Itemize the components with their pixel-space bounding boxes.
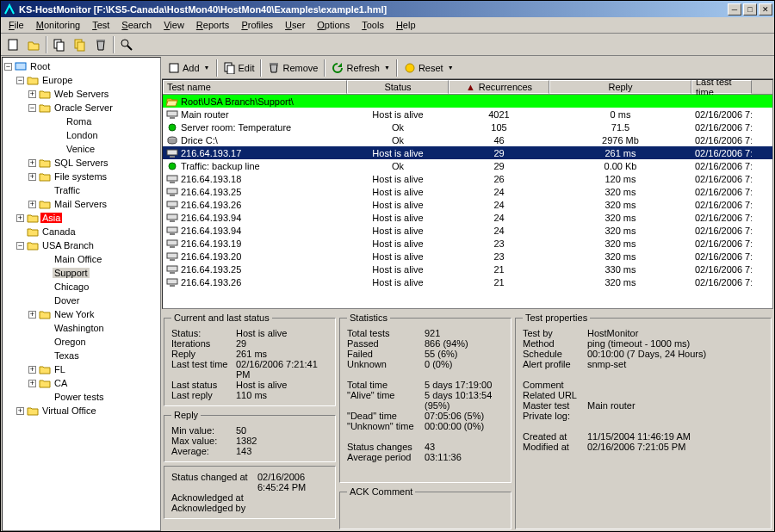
tree-node[interactable]: +SQL Servers <box>4 156 158 170</box>
menu-monitoring[interactable]: Monitoring <box>30 18 86 32</box>
tree-toggle[interactable]: + <box>28 366 36 374</box>
tree-node[interactable]: +New York <box>4 307 158 321</box>
copy-button[interactable] <box>50 35 69 54</box>
kv-row: Related URL <box>523 390 764 400</box>
tree-node[interactable]: Traffic <box>4 183 158 197</box>
menu-search[interactable]: Search <box>115 18 158 32</box>
tree-node[interactable]: London <box>4 128 158 142</box>
tree-node[interactable]: Texas <box>4 349 158 362</box>
menu-tools[interactable]: Tools <box>356 18 390 32</box>
kv-value: 5 days 10:13:54 (95%) <box>425 390 504 411</box>
tree-node[interactable]: Power tests <box>4 390 158 404</box>
table-row[interactable]: Traffic: backup lineOk290.00 Kb02/16/200… <box>163 159 772 172</box>
refresh-button[interactable]: Refresh▼ <box>328 59 393 77</box>
table-row[interactable]: Root\USA Branch\Support\ <box>163 95 772 108</box>
tree-toggle[interactable]: + <box>28 90 36 98</box>
tree-node[interactable]: Main Office <box>4 252 158 266</box>
page-icon <box>39 295 51 306</box>
tree-toggle[interactable]: + <box>28 173 36 181</box>
search-button[interactable] <box>117 35 136 54</box>
table-row[interactable]: 216.64.193.18Host is alive26120 ms02/16/… <box>163 172 772 185</box>
col-recurrences[interactable]: ▲Recurrences <box>449 80 549 94</box>
open-button[interactable] <box>24 35 43 54</box>
menu-user[interactable]: User <box>279 18 311 32</box>
col-last-test-time[interactable]: Last test time <box>691 80 752 94</box>
tree-label: Oracle Server <box>53 102 115 113</box>
new-file-button[interactable] <box>3 35 22 54</box>
table-row[interactable]: 216.64.193.26Host is alive24320 ms02/16/… <box>163 198 772 211</box>
reset-button[interactable]: Reset▼ <box>400 59 457 77</box>
table-row[interactable]: 216.64.193.25Host is alive21330 ms02/16/… <box>163 263 772 275</box>
col-reply[interactable]: Reply <box>549 80 691 94</box>
table-row[interactable]: 216.64.193.26Host is alive21320 ms02/16/… <box>163 275 772 288</box>
table-row[interactable]: 216.64.193.94Host is alive24320 ms02/16/… <box>163 211 772 224</box>
kv-value: 143 <box>236 446 328 456</box>
minimize-button[interactable]: ─ <box>728 3 741 15</box>
edit-button[interactable]: Edit <box>220 59 258 77</box>
tree-node[interactable]: Support <box>4 266 158 280</box>
tree-node[interactable]: −Oracle Server <box>4 101 158 114</box>
menu-test[interactable]: Test <box>86 18 115 32</box>
tree-pane[interactable]: −Root−Europe+Web Servers−Oracle ServerRo… <box>2 57 161 531</box>
remove-button[interactable]: Remove <box>264 59 321 77</box>
tree-node[interactable]: +Mail Servers <box>4 197 158 211</box>
menu-help[interactable]: Help <box>390 18 422 32</box>
kv-key: Method <box>523 338 587 349</box>
list-body[interactable]: Root\USA Branch\Support\Main routerHost … <box>163 95 772 308</box>
tree-node[interactable]: −Root <box>4 59 158 73</box>
menu-options[interactable]: Options <box>311 18 356 32</box>
tree-toggle[interactable]: + <box>28 311 36 319</box>
col-test-name[interactable]: Test name <box>163 80 347 94</box>
table-row[interactable]: 216.64.193.20Host is alive23320 ms02/16/… <box>163 250 772 263</box>
kv-row: Private log: <box>523 411 764 421</box>
table-row[interactable]: 216.64.193.17Host is alive29261 ms02/16/… <box>163 146 772 159</box>
tree-node[interactable]: Roma <box>4 114 158 128</box>
menu-profiles[interactable]: Profiles <box>235 18 279 32</box>
host-icon <box>166 277 178 288</box>
trash-button[interactable] <box>91 35 110 54</box>
close-button[interactable]: ✕ <box>759 3 772 15</box>
kv-value <box>257 492 328 503</box>
tree-node[interactable]: +Virtual Office <box>4 404 158 418</box>
tree-node[interactable]: +CA <box>4 376 158 390</box>
table-row[interactable]: Server room: TemperatureOk10571.502/16/2… <box>163 121 772 133</box>
add-button[interactable]: Add▼ <box>164 59 214 77</box>
tree-toggle[interactable]: − <box>28 104 36 112</box>
table-row[interactable]: Main routerHost is alive40210 ms02/16/20… <box>163 108 772 121</box>
table-row[interactable]: 216.64.193.25Host is alive24320 ms02/16/… <box>163 185 772 198</box>
svg-rect-0 <box>9 40 17 50</box>
tree-node[interactable]: Canada <box>4 225 158 238</box>
copy-alt-button[interactable] <box>71 35 90 54</box>
col-status[interactable]: Status <box>347 80 449 94</box>
tree-node[interactable]: +FL <box>4 362 158 376</box>
tree-toggle[interactable]: − <box>4 63 12 71</box>
menu-file[interactable]: File <box>3 18 30 32</box>
tree-toggle[interactable]: + <box>16 407 24 415</box>
tree-node[interactable]: −USA Branch <box>4 238 158 252</box>
menu-reports[interactable]: Reports <box>190 18 236 32</box>
tree-toggle[interactable]: + <box>28 159 36 167</box>
tree-toggle[interactable]: + <box>28 201 36 208</box>
tree-toggle[interactable]: + <box>28 380 36 387</box>
maximize-button[interactable]: □ <box>743 3 757 15</box>
tree-node[interactable]: +Asia <box>4 211 158 225</box>
tree-toggle[interactable]: − <box>16 77 24 84</box>
table-row[interactable]: Drice C:\Ok462976 Mb02/16/2006 7: <box>163 133 772 146</box>
tree-node[interactable]: Washington <box>4 321 158 335</box>
tree-node[interactable]: +File systems <box>4 170 158 183</box>
tree-node[interactable]: Dover <box>4 294 158 307</box>
menu-view[interactable]: View <box>158 18 190 32</box>
tree-node[interactable]: Venice <box>4 142 158 156</box>
tree-node[interactable]: Chicago <box>4 280 158 294</box>
tree-node[interactable]: −Europe <box>4 73 158 87</box>
cell-name: 216.64.193.94 <box>181 213 241 223</box>
table-row[interactable]: 216.64.193.94Host is alive24320 ms02/16/… <box>163 224 772 237</box>
table-row[interactable]: 216.64.193.19Host is alive23320 ms02/16/… <box>163 237 772 250</box>
tree-node[interactable]: Oregon <box>4 335 158 349</box>
svg-rect-4 <box>78 42 84 51</box>
tree-toggle[interactable]: + <box>16 214 24 222</box>
tree-toggle[interactable]: − <box>16 242 24 250</box>
cell-name: 216.64.193.20 <box>181 251 241 262</box>
tree-node[interactable]: +Web Servers <box>4 87 158 101</box>
page-icon <box>39 281 51 292</box>
